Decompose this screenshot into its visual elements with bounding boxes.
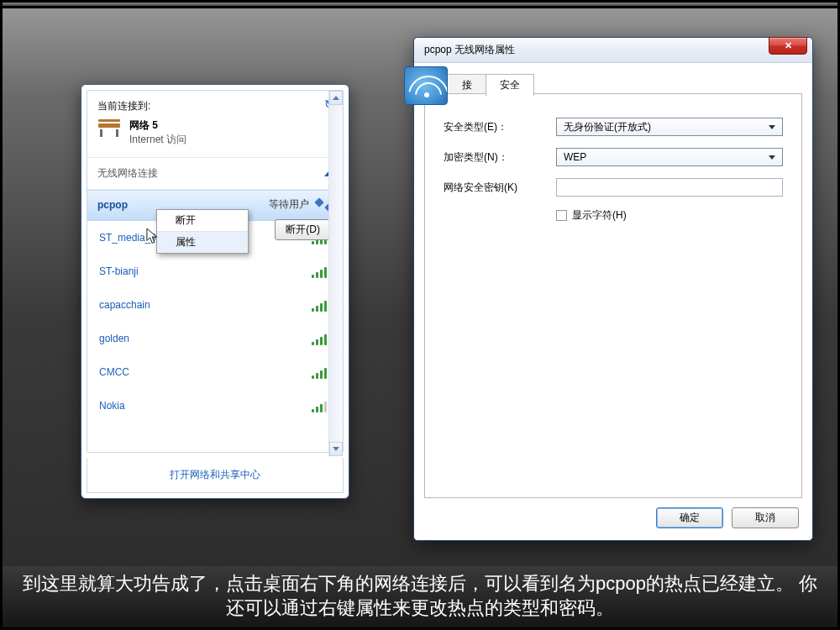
scrollbar[interactable] bbox=[328, 91, 343, 456]
network-item[interactable]: CMCC bbox=[87, 355, 343, 389]
show-characters-label: 显示字符(H) bbox=[572, 208, 627, 223]
current-network-name: 网络 5 bbox=[129, 118, 186, 133]
chevron-down-icon bbox=[765, 150, 779, 164]
current-network-sub: Internet 访问 bbox=[129, 133, 186, 147]
network-flyout: ↻ 当前连接到: 网络 5 Internet 访问 无线网络连接 pcpop 等… bbox=[81, 84, 349, 499]
security-type-label: 安全类型(E)： bbox=[444, 120, 544, 134]
security-key-input[interactable] bbox=[556, 178, 783, 197]
section-label: 无线网络连接 bbox=[97, 166, 158, 181]
cancel-button[interactable]: 取消 bbox=[732, 507, 799, 528]
ok-button[interactable]: 确定 bbox=[656, 507, 723, 528]
menu-item-disconnect[interactable]: 断开 bbox=[157, 210, 248, 232]
network-list: ST_media_9FST-bianjicapacchaingoldenCMCC… bbox=[87, 221, 343, 452]
disconnect-button[interactable]: 断开(D) bbox=[275, 219, 331, 240]
security-key-label: 网络安全密钥(K) bbox=[444, 181, 544, 195]
connected-status: 等待用户 bbox=[269, 197, 309, 212]
open-sharing-center-link[interactable]: 打开网络和共享中心 bbox=[87, 458, 344, 493]
network-item[interactable]: Nokia bbox=[87, 389, 343, 423]
wireless-section-header[interactable]: 无线网络连接 bbox=[87, 158, 343, 190]
properties-dialog: pcpop 无线网络属性 ✕ 接 安全 安全类型(E)： 无身份验证(开放式) … bbox=[413, 37, 813, 541]
security-type-value: 无身份验证(开放式) bbox=[564, 120, 651, 134]
network-ssid: CMCC bbox=[99, 366, 129, 378]
header-label: 当前连接到: bbox=[97, 99, 333, 113]
dialog-title: pcpop 无线网络属性 bbox=[424, 43, 515, 57]
connected-network-item[interactable]: pcpop 等待用户 断开(D) 断开 属性 bbox=[87, 190, 343, 221]
scroll-down-button[interactable] bbox=[329, 442, 343, 456]
network-ssid: golden bbox=[99, 333, 129, 344]
show-characters-checkbox[interactable] bbox=[556, 210, 567, 221]
dialog-titlebar[interactable]: pcpop 无线网络属性 ✕ bbox=[414, 38, 812, 63]
current-network: 网络 5 Internet 访问 bbox=[97, 118, 333, 147]
context-menu: 断开 属性 bbox=[156, 209, 249, 254]
network-item[interactable]: ST-bianji bbox=[87, 255, 343, 288]
network-ssid: capacchain bbox=[99, 299, 150, 311]
dialog-buttons: 确定 取消 bbox=[656, 507, 799, 528]
caption-text: 到这里就算大功告成了，点击桌面右下角的网络连接后，可以看到名为pcpop的热点已… bbox=[3, 566, 837, 627]
security-panel: 安全类型(E)： 无身份验证(开放式) 加密类型(N)： WEP 网络安全密钥(… bbox=[424, 93, 802, 498]
flyout-inner: ↻ 当前连接到: 网络 5 Internet 访问 无线网络连接 pcpop 等… bbox=[87, 90, 344, 453]
network-item[interactable]: capacchain bbox=[87, 288, 343, 322]
encryption-type-value: WEP bbox=[564, 151, 586, 163]
security-type-combo[interactable]: 无身份验证(开放式) bbox=[556, 118, 783, 136]
wifi-badge-icon bbox=[404, 66, 448, 105]
close-button[interactable]: ✕ bbox=[769, 37, 807, 55]
close-icon: ✕ bbox=[785, 40, 792, 51]
show-characters-row[interactable]: 显示字符(H) bbox=[556, 208, 783, 223]
network-location-icon bbox=[97, 118, 121, 137]
network-ssid: Nokia bbox=[99, 400, 125, 412]
chevron-down-icon bbox=[765, 120, 779, 134]
menu-item-properties[interactable]: 属性 bbox=[157, 232, 248, 253]
cursor-icon bbox=[146, 228, 161, 249]
connected-ssid: pcpop bbox=[97, 199, 128, 211]
network-item[interactable]: golden bbox=[87, 322, 343, 355]
encryption-type-label: 加密类型(N)： bbox=[444, 150, 544, 165]
flyout-header: ↻ 当前连接到: 网络 5 Internet 访问 bbox=[87, 91, 343, 158]
tab-security[interactable]: 安全 bbox=[486, 74, 534, 97]
network-ssid: ST-bianji bbox=[99, 265, 139, 277]
encryption-type-combo[interactable]: WEP bbox=[556, 148, 783, 166]
scroll-up-button[interactable] bbox=[329, 91, 343, 105]
dialog-body: 接 安全 安全类型(E)： 无身份验证(开放式) 加密类型(N)： WEP 网络… bbox=[414, 63, 812, 540]
